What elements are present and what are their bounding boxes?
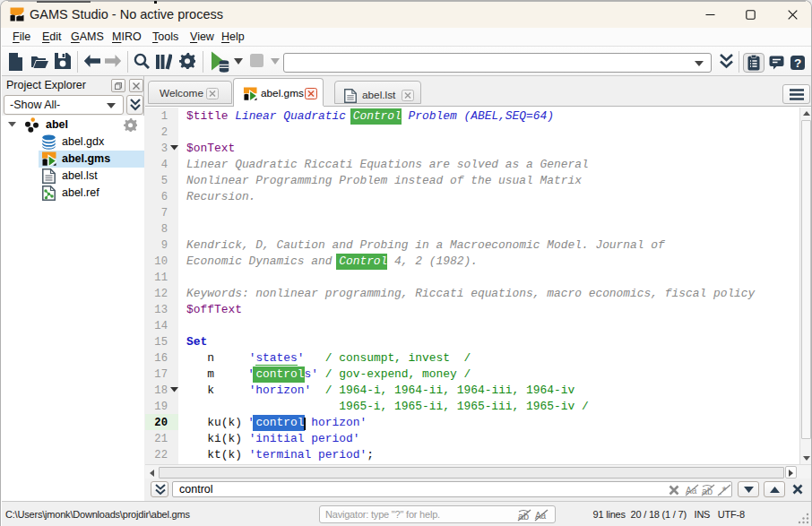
svg-text:.*: .*: [719, 484, 727, 496]
svg-text:?: ?: [794, 56, 801, 70]
